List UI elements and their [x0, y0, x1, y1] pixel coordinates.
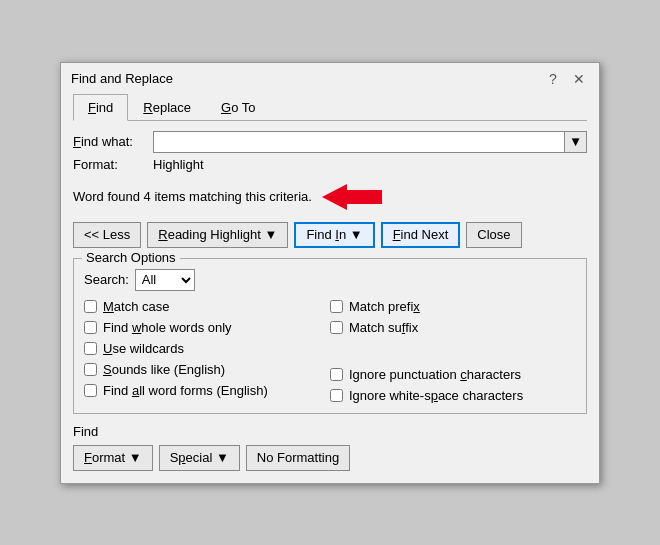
- title-bar: Find and Replace ? ✕: [61, 63, 599, 93]
- format-row: Format: Highlight: [73, 157, 587, 172]
- bottom-section: Find Format ▼ Special ▼ No Formatting: [73, 424, 587, 471]
- checkbox-whole-words[interactable]: Find whole words only: [84, 320, 330, 335]
- tab-goto-label: Go To: [221, 100, 255, 115]
- checkbox-wildcards[interactable]: Use wildcards: [84, 341, 330, 356]
- search-row: Search: All Up Down: [84, 269, 576, 291]
- find-next-button[interactable]: Find Next: [381, 222, 461, 248]
- checkbox-match-case[interactable]: Match case: [84, 299, 330, 314]
- whole-words-checkbox[interactable]: [84, 321, 97, 334]
- match-case-checkbox[interactable]: [84, 300, 97, 313]
- ignore-whitespace-checkbox[interactable]: [330, 389, 343, 402]
- format-button[interactable]: Format ▼: [73, 445, 153, 471]
- find-section-label: Find: [73, 424, 587, 439]
- checkbox-col-left: Match case Find whole words only Use wil…: [84, 299, 330, 403]
- checkbox-ignore-whitespace[interactable]: Ignore white-space characters: [330, 388, 576, 403]
- reading-highlight-button[interactable]: Reading Highlight ▼: [147, 222, 288, 248]
- match-suffix-checkbox[interactable]: [330, 321, 343, 334]
- search-select[interactable]: All Up Down: [135, 269, 195, 291]
- checkbox-match-suffix[interactable]: Match suffix: [330, 320, 576, 335]
- find-what-row: Find what: ▼: [73, 131, 587, 153]
- checkbox-ignore-punctuation[interactable]: Ignore punctuation characters: [330, 367, 576, 382]
- ignore-punctuation-checkbox[interactable]: [330, 368, 343, 381]
- word-forms-checkbox[interactable]: [84, 384, 97, 397]
- find-input-wrapper: ▼: [153, 131, 587, 153]
- search-label: Search:: [84, 272, 129, 287]
- sounds-like-checkbox[interactable]: [84, 363, 97, 376]
- checkbox-match-prefix[interactable]: Match prefix: [330, 299, 576, 314]
- find-what-label: Find what:: [73, 134, 153, 149]
- less-button[interactable]: << Less: [73, 222, 141, 248]
- wildcards-checkbox[interactable]: [84, 342, 97, 355]
- tab-replace[interactable]: Replace: [128, 94, 206, 121]
- dialog-title: Find and Replace: [71, 71, 173, 86]
- format-label: Format:: [73, 157, 153, 172]
- close-button[interactable]: ✕: [569, 69, 589, 89]
- tab-replace-label: Replace: [143, 100, 191, 115]
- tabs-bar: Find Replace Go To: [73, 93, 587, 121]
- no-formatting-button[interactable]: No Formatting: [246, 445, 350, 471]
- checkbox-col-right: Match prefix Match suffix Ignore punctua…: [330, 299, 576, 403]
- title-bar-right: ? ✕: [543, 69, 589, 89]
- tab-find-label: Find: [88, 100, 113, 115]
- spacer-row: [330, 341, 576, 361]
- status-text: Word found 4 items matching this criteri…: [73, 189, 312, 204]
- find-dropdown-arrow[interactable]: ▼: [565, 131, 587, 153]
- find-in-button[interactable]: Find In ▼: [294, 222, 374, 248]
- find-input[interactable]: [153, 131, 565, 153]
- tab-find[interactable]: Find: [73, 94, 128, 121]
- close-dialog-button[interactable]: Close: [466, 222, 521, 248]
- match-prefix-checkbox[interactable]: [330, 300, 343, 313]
- checkbox-sounds-like[interactable]: Sounds like (English): [84, 362, 330, 377]
- search-options-legend: Search Options: [82, 250, 180, 265]
- special-button[interactable]: Special ▼: [159, 445, 240, 471]
- search-options-group: Search Options Search: All Up Down Match…: [73, 258, 587, 414]
- dialog-content: Find Replace Go To Find what: ▼ Format: …: [61, 93, 599, 483]
- bottom-buttons: Format ▼ Special ▼ No Formatting: [73, 445, 587, 471]
- checkbox-word-forms[interactable]: Find all word forms (English): [84, 383, 330, 398]
- find-replace-dialog: Find and Replace ? ✕ Find Replace Go To …: [60, 62, 600, 484]
- svg-marker-0: [322, 184, 382, 210]
- title-bar-left: Find and Replace: [71, 71, 173, 86]
- action-buttons-row: << Less Reading Highlight ▼ Find In ▼ Fi…: [73, 222, 587, 248]
- red-arrow-icon: [322, 182, 382, 212]
- checkboxes-columns: Match case Find whole words only Use wil…: [84, 299, 576, 403]
- help-button[interactable]: ?: [543, 69, 563, 89]
- format-value: Highlight: [153, 157, 204, 172]
- status-area: Word found 4 items matching this criteri…: [73, 182, 587, 212]
- tab-goto[interactable]: Go To: [206, 94, 270, 121]
